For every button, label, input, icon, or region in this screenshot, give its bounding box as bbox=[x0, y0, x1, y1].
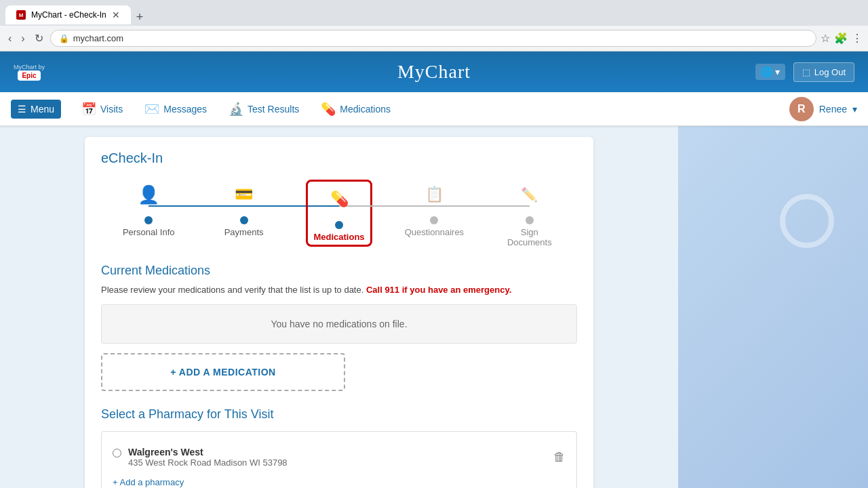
questionnaires-icon-wrap: 📋 bbox=[419, 180, 449, 209]
questionnaires-dot bbox=[430, 216, 438, 224]
forward-button[interactable]: › bbox=[18, 31, 27, 46]
payment-icon: 💳 bbox=[235, 186, 253, 203]
step-personal-info[interactable]: 👤 Personal Info bbox=[101, 180, 196, 237]
pharmacy-delete-button[interactable]: 🗑 bbox=[553, 450, 566, 464]
nav-visits-label: Visits bbox=[100, 104, 123, 115]
user-chevron: ▾ bbox=[852, 104, 857, 115]
personal-info-label: Personal Info bbox=[123, 227, 175, 237]
pencil-icon: ✏️ bbox=[521, 186, 538, 203]
step-questionnaires[interactable]: 📋 Questionnaires bbox=[387, 180, 481, 237]
personal-info-dot bbox=[144, 216, 153, 224]
menu-label: Menu bbox=[31, 104, 54, 115]
test-results-icon: 🔬 bbox=[229, 102, 243, 117]
pharmacy-name: Walgreen's West bbox=[128, 447, 288, 458]
nav-item-medications[interactable]: 💊 Medications bbox=[311, 96, 400, 122]
main-content: eCheck-In 👤 Personal Info 💳 bbox=[0, 126, 868, 488]
nav-test-results-label: Test Results bbox=[248, 104, 299, 115]
emergency-text: Call 911 if you have an emergency. bbox=[366, 285, 511, 295]
pharmacy-radio[interactable] bbox=[113, 449, 121, 458]
no-medications-message: You have no medications on file. bbox=[271, 319, 407, 329]
questionnaires-label: Questionnaires bbox=[405, 227, 464, 237]
nav-item-test-results[interactable]: 🔬 Test Results bbox=[219, 96, 309, 122]
nav-items: 📅 Visits ✉️ Messages 🔬 Test Results 💊 Me… bbox=[72, 96, 789, 122]
browser-titlebar: M MyChart - eCheck-In ✕ + bbox=[0, 0, 868, 26]
new-tab-button[interactable]: + bbox=[131, 10, 149, 24]
nav-messages-label: Messages bbox=[163, 104, 207, 115]
spiral-decoration bbox=[780, 194, 834, 248]
top-header: MyChart by Epic MyChart 🌐 ▾ ⬚ Log Out bbox=[0, 52, 868, 92]
pharmacy-section-title: Select a Pharmacy for This Visit bbox=[101, 407, 577, 422]
pharmacy-details: Walgreen's West 435 West Rock Road Madis… bbox=[128, 447, 288, 468]
add-pharmacy-link[interactable]: + Add a pharmacy bbox=[113, 473, 566, 488]
mychart-by-label: MyChart by bbox=[14, 64, 45, 70]
nav-medications-label: Medications bbox=[340, 104, 391, 115]
step-payments[interactable]: 💳 Payments bbox=[196, 180, 291, 237]
person-icon: 👤 bbox=[138, 184, 159, 205]
user-avatar: R bbox=[789, 97, 814, 121]
payments-dot bbox=[240, 216, 248, 224]
lock-icon: 🔒 bbox=[59, 34, 69, 43]
add-medication-button[interactable]: + ADD A MEDICATION bbox=[101, 353, 345, 391]
payments-label: Payments bbox=[224, 227, 264, 237]
bookmark-button[interactable]: ☆ bbox=[821, 32, 830, 45]
tab-title: MyChart - eCheck-In bbox=[31, 10, 106, 20]
browser-toolbar: ‹ › ↻ 🔒 mychart.com ☆ 🧩 ⋮ bbox=[0, 26, 868, 52]
current-medications-title: Current Medications bbox=[101, 264, 577, 278]
hamburger-icon: ☰ bbox=[18, 104, 26, 115]
nav-user[interactable]: R Renee ▾ bbox=[789, 97, 857, 121]
app-container: MyChart by Epic MyChart 🌐 ▾ ⬚ Log Out ☰ … bbox=[0, 52, 868, 488]
sign-docs-icon-wrap: ✏️ bbox=[515, 180, 545, 209]
browser-window: M MyChart - eCheck-In ✕ + ‹ › ↻ 🔒 mychar… bbox=[0, 0, 868, 52]
logout-icon: ⬚ bbox=[802, 67, 810, 77]
personal-info-icon-wrap: 👤 bbox=[134, 180, 163, 209]
step-sign-documents[interactable]: ✏️ SignDocuments bbox=[482, 180, 577, 247]
pharmacy-address: 435 West Rock Road Madison WI 53798 bbox=[128, 458, 288, 468]
browser-actions: ☆ 🧩 ⋮ bbox=[821, 32, 863, 45]
more-button[interactable]: ⋮ bbox=[852, 32, 863, 45]
medications-dot bbox=[335, 221, 343, 229]
language-button[interactable]: 🌐 ▾ bbox=[755, 64, 785, 80]
sign-docs-dot bbox=[526, 216, 534, 224]
refresh-button[interactable]: ↻ bbox=[32, 30, 46, 46]
visits-icon: 📅 bbox=[81, 102, 96, 117]
globe-chevron: ▾ bbox=[775, 66, 780, 77]
logout-button[interactable]: ⬚ Log Out bbox=[793, 62, 854, 82]
no-medications-box: You have no medications on file. bbox=[101, 304, 577, 344]
url-text: mychart.com bbox=[73, 33, 123, 43]
tab-favicon: M bbox=[16, 10, 26, 20]
globe-icon: 🌐 bbox=[761, 66, 772, 77]
nav-item-visits[interactable]: 📅 Visits bbox=[72, 96, 132, 122]
header-right: 🌐 ▾ ⬚ Log Out bbox=[755, 62, 854, 82]
pharmacy-item: Walgreen's West 435 West Rock Road Madis… bbox=[113, 441, 566, 473]
pharmacy-box: Walgreen's West 435 West Rock Road Madis… bbox=[101, 431, 577, 488]
medications-icon-wrap: 💊 bbox=[324, 184, 354, 214]
tab-close-button[interactable]: ✕ bbox=[112, 9, 120, 20]
browser-tabs: M MyChart - eCheck-In ✕ + bbox=[5, 5, 149, 24]
nav-bar: ☰ Menu 📅 Visits ✉️ Messages 🔬 Test Resul… bbox=[0, 92, 868, 126]
logout-label: Log Out bbox=[814, 67, 846, 77]
back-button[interactable]: ‹ bbox=[5, 31, 14, 46]
nav-item-messages[interactable]: ✉️ Messages bbox=[135, 96, 216, 122]
menu-button[interactable]: ☰ Menu bbox=[11, 100, 61, 119]
checkin-title: eCheck-In bbox=[101, 150, 577, 166]
clipboard-icon: 📋 bbox=[425, 186, 443, 203]
extensions-button[interactable]: 🧩 bbox=[834, 32, 848, 45]
app-title: MyChart bbox=[397, 61, 471, 83]
pharmacy-radio-area: Walgreen's West 435 West Rock Road Madis… bbox=[113, 447, 288, 468]
logo-area: MyChart by Epic bbox=[14, 64, 45, 81]
medications-active-box: 💊 Medications bbox=[306, 180, 372, 247]
epic-logo: Epic bbox=[18, 70, 40, 81]
bg-decoration bbox=[678, 126, 868, 488]
nav-medications-icon: 💊 bbox=[321, 102, 336, 117]
address-bar[interactable]: 🔒 mychart.com bbox=[50, 30, 816, 47]
checkin-panel: eCheck-In 👤 Personal Info 💳 bbox=[85, 137, 593, 488]
medication-icon: 💊 bbox=[330, 190, 349, 208]
step-medications[interactable]: 💊 Medications bbox=[292, 180, 387, 247]
medications-label: Medications bbox=[313, 232, 364, 242]
sign-docs-label: SignDocuments bbox=[507, 227, 552, 247]
medications-description: Please review your medications and verif… bbox=[101, 285, 577, 295]
steps-container: 👤 Personal Info 💳 Payments bbox=[101, 180, 577, 247]
active-tab[interactable]: M MyChart - eCheck-In ✕ bbox=[5, 5, 131, 24]
user-name: Renee bbox=[819, 104, 847, 115]
payments-icon-wrap: 💳 bbox=[229, 180, 259, 209]
